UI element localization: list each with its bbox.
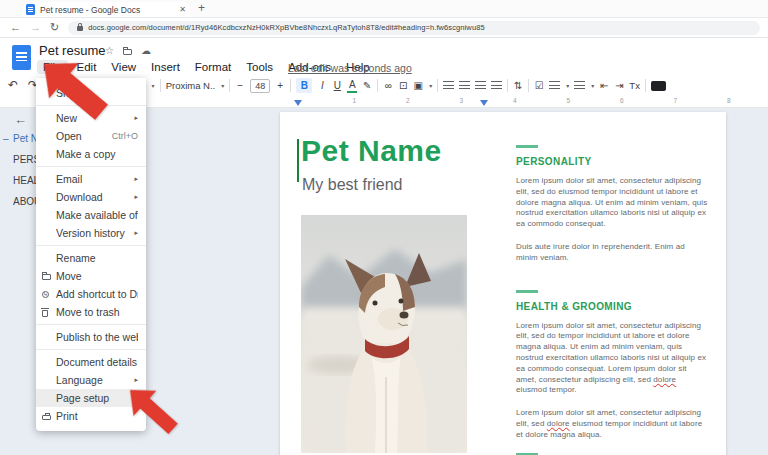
menu-divider [36,349,146,350]
highlight-color-button[interactable]: ✎ [362,78,372,93]
menu-insert[interactable]: Insert [145,60,186,74]
bulleted-list-button[interactable] [549,81,560,90]
menu-item-label: Language [56,374,130,386]
doc-subtitle[interactable]: My best friend [302,176,402,194]
menu-item-label: Download [56,191,130,203]
align-justify-button[interactable] [491,81,502,90]
ruler-tick: 5 [567,97,571,104]
menu-item-label: Rename [56,252,138,264]
ruler-tick: 7 [674,97,678,104]
file-menu-item-make-a-copy[interactable]: Make a copy [36,145,146,163]
numbered-list-button[interactable] [574,81,585,90]
menu-item-label: Email [56,173,130,185]
file-menu-item-make-available-offline[interactable]: Make available offline [36,206,146,224]
text-cursor [297,139,299,182]
line-spacing-button[interactable]: ⇅ [513,78,523,93]
right-indent-marker[interactable] [480,100,488,106]
back-icon[interactable]: ← [10,22,21,33]
align-right-button[interactable] [475,81,486,90]
chevron-down-icon: ▾ [152,82,155,89]
tab-title: Pet resume - Google Docs [40,5,174,15]
insert-link-button[interactable]: ∞ [383,78,393,93]
personality-paragraph-2[interactable]: Duis aute irure dolor in reprehenderit. … [516,242,708,264]
document-page[interactable]: Pet Name My best friend PERSONALITY Lore… [280,112,726,455]
doc-heading-title[interactable]: Pet Name [301,134,442,168]
menu-item-label: Document details [56,356,138,368]
file-menu-item-publish-to-the-web[interactable]: Publish to the web [36,328,146,346]
menu-item-label: Print [56,410,138,422]
increase-indent-button[interactable]: ⇥ [614,78,624,93]
file-menu-item-download[interactable]: Download▸ [36,188,146,206]
reload-icon[interactable]: ↻ [50,22,59,33]
url-text: docs.google.com/document/d/1Ryd46Kcdbcxz… [88,23,485,32]
file-menu-item-move-to-trash[interactable]: Move to trash [36,303,146,321]
insert-image-button[interactable]: ▣ [413,78,423,93]
forward-icon[interactable]: → [30,22,41,33]
star-icon[interactable]: ☆ [105,45,114,56]
underline-button[interactable]: U [332,78,342,93]
menu-format[interactable]: Format [189,60,237,74]
chevron-down-icon: ▾ [591,82,594,89]
section-heading-health-grooming[interactable]: HEALTH & GROOMING [516,301,708,312]
undo-button[interactable]: ↶ [8,78,18,92]
health-paragraph-2[interactable]: Lorem ipsum dolor sit amet, consectetur … [516,408,708,440]
italic-button[interactable]: I [317,78,327,93]
url-field[interactable]: docs.google.com/document/d/1Ryd46Kcdbcxz… [68,21,760,35]
menu-tools[interactable]: Tools [240,60,279,74]
dog-photo[interactable] [301,215,467,453]
bold-button[interactable]: B [296,78,312,93]
section-heading-personality[interactable]: PERSONALITY [516,156,708,167]
misspelled-word[interactable]: dolore [653,375,676,384]
file-menu-item-add-shortcut-to-drive[interactable]: Add shortcut to Drive [36,285,146,303]
file-menu-item-rename[interactable]: Rename [36,249,146,267]
menu-item-label: Version history [56,227,130,239]
increase-font-size-button[interactable]: + [275,78,285,93]
new-tab-button[interactable]: + [198,1,205,15]
paragraph-text: eiusmod tempor. [516,385,577,394]
close-tab-icon[interactable]: ✕ [179,5,186,14]
add-comment-button[interactable]: ⊡ [398,78,408,93]
file-menu-item-document-details[interactable]: Document details [36,353,146,371]
file-menu-item-language[interactable]: Language▸ [36,371,146,389]
chevron-down-icon: ▾ [566,82,569,89]
menu-view[interactable]: View [105,60,142,74]
move-to-folder-icon[interactable] [123,49,132,55]
misspelled-word[interactable]: dolore [547,419,570,428]
toolbar-main-group: Title▾Proxima N..▾−48+BIUA✎∞⊡▣▾⇅☑▾▾⇤⇥Tx [128,78,666,93]
font-family-selector[interactable]: Proxima N.. [166,80,216,91]
chevron-down-icon: ▾ [221,82,224,89]
clear-formatting-button[interactable]: Tx [629,80,640,91]
section-dash [516,290,538,293]
decrease-font-size-button[interactable]: − [235,78,245,93]
checklist-button[interactable]: ☑ [534,78,544,93]
document-title[interactable]: Pet resume [39,43,105,58]
file-menu: ShareNew▸OpenCtrl+OMake a copyEmail▸Down… [36,78,146,431]
align-left-button[interactable] [443,81,454,90]
decrease-indent-button[interactable]: ⇤ [599,78,609,93]
submenu-arrow-icon: ▸ [134,229,138,237]
file-menu-item-open[interactable]: OpenCtrl+O [36,127,146,145]
menu-item-shortcut: Ctrl+O [112,131,138,141]
menu-item-label: Move to trash [56,306,138,318]
text-color-button[interactable]: A [347,79,357,93]
toolbar-divider [290,79,291,92]
docs-app-icon[interactable] [12,45,31,70]
font-size-value[interactable]: 48 [250,79,270,93]
browser-tab[interactable]: Pet resume - Google Docs ✕ [22,2,190,17]
health-paragraph-1[interactable]: Lorem ipsum dolor sit amet, consectetur … [516,321,708,397]
submenu-arrow-icon: ▸ [134,114,138,122]
file-menu-item-email[interactable]: Email▸ [36,170,146,188]
last-edit-link[interactable]: Last edit was seconds ago [288,62,412,74]
menu-divider [36,324,146,325]
file-menu-item-move[interactable]: Move [36,267,146,285]
personality-paragraph-1[interactable]: Lorem ipsum dolor sit amet, consectetur … [516,176,708,230]
menu-item-label: Publish to the web [56,331,138,343]
input-tools-button[interactable] [651,81,666,91]
left-indent-marker[interactable] [294,100,302,106]
document-status-cloud-icon: ☁ [141,45,151,56]
doc-right-column: PERSONALITY Lorem ipsum dolor sit amet, … [516,145,708,455]
align-center-button[interactable] [459,81,470,90]
file-menu-item-version-history[interactable]: Version history▸ [36,224,146,242]
browser-address-bar: ← → ↻ docs.google.com/document/d/1Ryd46K… [0,18,768,38]
close-outline-icon[interactable]: ← [14,112,27,127]
